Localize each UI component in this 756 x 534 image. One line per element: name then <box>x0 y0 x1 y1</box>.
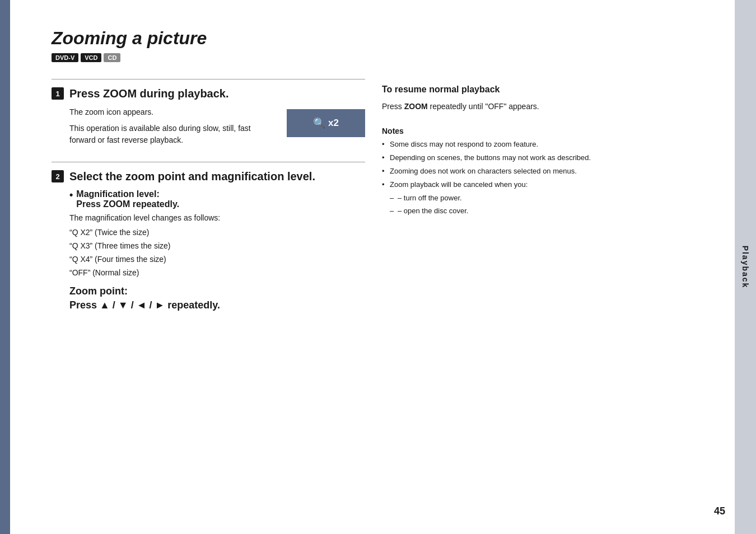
note-sub-2: – open the disc cover. <box>382 205 696 217</box>
notes-list: Some discs may not respond to zoom featu… <box>382 139 696 217</box>
resume-title: To resume normal playback <box>382 85 696 95</box>
sidebar-label: Playback <box>741 246 750 289</box>
step-1-header: 1 Press ZOOM during playback. <box>52 86 365 101</box>
notes-section: Notes Some discs may not respond to zoom… <box>382 127 696 217</box>
zoom-magnify-icon: 🔍 <box>313 117 325 129</box>
zoom-icon-display: 🔍 x2 <box>313 117 339 129</box>
step-2-number: 2 <box>52 170 64 182</box>
note-1: Some discs may not respond to zoom featu… <box>382 139 696 151</box>
zoom-availability-desc: This operation is available also during … <box>69 123 278 146</box>
main-content: Zooming a picture DVD-V VCD CD 1 Press Z… <box>52 17 722 322</box>
left-column: 1 Press ZOOM during playback. The zoom i… <box>52 79 365 322</box>
badge-cd: CD <box>104 53 120 62</box>
level-x3: “Q X3” (Three times the size) <box>69 240 365 252</box>
magnification-label-text: Magnification level: Press ZOOM repeated… <box>76 189 179 209</box>
bullet-dot-icon: • <box>69 189 73 202</box>
zoom-level-label: x2 <box>328 118 339 129</box>
note-sub-1: – turn off the power. <box>382 193 696 204</box>
step-2-title: Select the zoom point and magnification … <box>69 169 315 184</box>
step-1-number: 1 <box>52 87 64 100</box>
page-container: Playback 45 Zooming a picture DVD-V VCD … <box>0 0 756 534</box>
notes-title: Notes <box>382 127 696 135</box>
step-1-section: 1 Press ZOOM during playback. The zoom i… <box>52 79 365 151</box>
format-badges: DVD-V VCD CD <box>52 53 722 62</box>
step-2-content: • Magnification level: Press ZOOM repeat… <box>69 189 365 311</box>
step-1-title: Press ZOOM during playback. <box>69 86 229 101</box>
resume-desc: Press ZOOM repeatedly until "OFF" appear… <box>382 100 696 113</box>
zoom-icon-desc: The zoom icon appears. <box>69 106 278 118</box>
two-column-layout: 1 Press ZOOM during playback. The zoom i… <box>52 79 722 322</box>
right-sidebar: Playback <box>735 0 756 534</box>
note-2: Depending on scenes, the buttons may not… <box>382 152 696 164</box>
note-4: Zoom playback will be canceled when you: <box>382 179 696 191</box>
note-3: Zooming does not work on characters sele… <box>382 166 696 177</box>
level-x4: “Q X4” (Four times the size) <box>69 254 365 265</box>
page-number: 45 <box>714 505 725 517</box>
page-title: Zooming a picture <box>52 28 722 49</box>
left-accent-bar <box>0 0 10 534</box>
level-off: “OFF” (Normal size) <box>69 267 365 279</box>
right-column: To resume normal playback Press ZOOM rep… <box>382 79 696 322</box>
step-2-section: 2 Select the zoom point and magnificatio… <box>52 162 365 311</box>
badge-vcd: VCD <box>81 53 101 62</box>
step-1-text: The zoom icon appears. This operation is… <box>69 106 278 151</box>
zoom-icon-box: 🔍 x2 <box>287 109 365 137</box>
level-x2: “Q X2” (Twice the size) <box>69 227 365 238</box>
badge-dvdv: DVD-V <box>52 53 78 62</box>
magnification-section: • Magnification level: Press ZOOM repeat… <box>69 189 365 279</box>
zoom-point-desc: Press ▲ / ▼ / ◄ / ► repeatedly. <box>69 299 365 311</box>
magnification-changes-desc: The magnification level changes as follo… <box>69 212 365 224</box>
zoom-point-title: Zoom point: <box>69 285 365 297</box>
step-2-header: 2 Select the zoom point and magnificatio… <box>52 169 365 184</box>
step-1-content: The zoom icon appears. This operation is… <box>69 106 365 151</box>
magnification-title: • Magnification level: Press ZOOM repeat… <box>69 189 365 209</box>
